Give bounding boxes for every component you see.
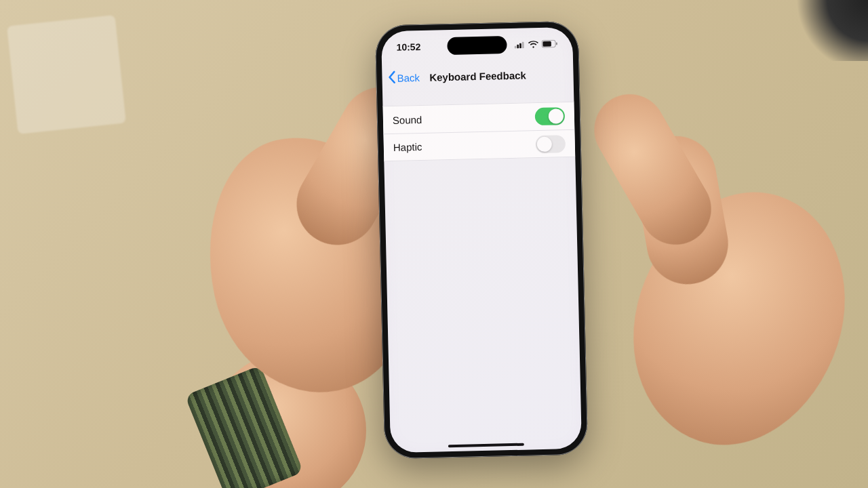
- cellular-icon: [514, 41, 525, 48]
- svg-rect-1: [517, 44, 519, 48]
- status-time: 10:52: [396, 41, 420, 53]
- svg-rect-2: [519, 43, 521, 48]
- back-button[interactable]: Back: [382, 70, 420, 87]
- status-indicators: [514, 39, 557, 48]
- svg-rect-3: [522, 41, 524, 47]
- navigation-bar: Back Keyboard Feedback: [382, 60, 574, 94]
- settings-group: Sound Haptic: [382, 102, 575, 161]
- battery-icon: [541, 39, 557, 48]
- wifi-icon: [528, 41, 538, 48]
- row-sound-label: Sound: [393, 113, 422, 125]
- row-haptic: Haptic: [383, 129, 575, 161]
- background-notepad: [7, 15, 126, 134]
- home-indicator[interactable]: [448, 443, 524, 448]
- row-haptic-label: Haptic: [393, 141, 422, 153]
- chevron-left-icon: [387, 70, 396, 86]
- row-sound: Sound: [382, 102, 574, 134]
- phone-frame: 10:52 Back Keyboard Feedback: [375, 21, 588, 460]
- svg-rect-5: [542, 41, 551, 47]
- svg-rect-6: [556, 42, 557, 45]
- background-dark-corner: [787, 0, 868, 61]
- svg-rect-0: [515, 45, 517, 48]
- sound-toggle[interactable]: [535, 107, 566, 125]
- toggle-knob: [537, 136, 552, 151]
- back-label: Back: [397, 72, 420, 84]
- dynamic-island: [447, 36, 507, 55]
- phone-screen: 10:52 Back Keyboard Feedback: [381, 27, 582, 453]
- toggle-knob: [549, 108, 564, 123]
- haptic-toggle[interactable]: [536, 135, 566, 153]
